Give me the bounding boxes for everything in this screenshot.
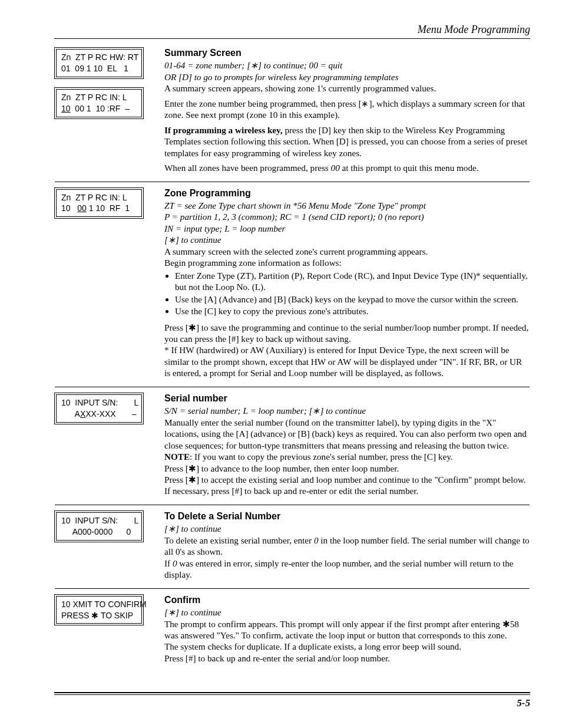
zone-prog-l2: P = partition 1, 2, 3 (common); RC = 1 (… bbox=[164, 211, 530, 222]
footer-rule-bottom bbox=[54, 694, 530, 695]
serial-note: NOTE: If you want to copy the previous z… bbox=[164, 451, 530, 462]
serial-p1: Manually enter the serial number (found … bbox=[164, 417, 530, 451]
zone-prog-l3: IN = input type; L = loop number bbox=[164, 223, 530, 234]
header-rule bbox=[54, 38, 530, 39]
lcd-confirm: 10 XMIT TO CONFIRM PRESS ✱ TO SKIP bbox=[54, 594, 144, 626]
summary-p3: If programming a wireless key, press the… bbox=[164, 124, 530, 159]
zone-prog-p1: A summary screen with the selected zone'… bbox=[164, 246, 530, 257]
section-divider bbox=[55, 505, 530, 505]
confirm-p2: The system checks for duplicate. If a du… bbox=[164, 641, 530, 652]
zone-prog-title: Zone Programming bbox=[164, 187, 530, 199]
delete-title: To Delete a Serial Number bbox=[164, 510, 530, 522]
zone-prog-p3: Press [✱] to save the programming and co… bbox=[164, 322, 530, 345]
confirm-legend: [∗] to continue bbox=[164, 607, 530, 618]
page-number: 5-5 bbox=[54, 697, 530, 709]
confirm-p1: The prompt to confirm appears. This prom… bbox=[164, 618, 530, 641]
serial-legend: S/N = serial number; L = loop number; [∗… bbox=[164, 405, 530, 416]
lcd-delete-serial: 10 INPUT S/N: L A000-0000 0 bbox=[54, 510, 144, 542]
zone-prog-l1: ZT = see Zone Type chart shown in *56 Me… bbox=[164, 200, 530, 211]
serial-title: Serial number bbox=[164, 393, 530, 404]
zone-prog-p2: Begin programming zone information as fo… bbox=[164, 257, 530, 268]
delete-p2: If 0 was entered in error, simply re-ent… bbox=[164, 558, 530, 581]
summary-legend-2: OR [D] to go to prompts for wireless key… bbox=[164, 71, 530, 83]
footer-rule-top bbox=[54, 692, 530, 693]
zone-prog-bullets: Enter Zone Type (ZT), Partition (P), Rep… bbox=[164, 270, 530, 317]
content-table: Zn ZT P RC HW: RT 01 09 1 10 EL 1 Zn ZT … bbox=[54, 45, 530, 666]
serial-p2: Press [✱] to advance to the loop number,… bbox=[164, 463, 530, 474]
serial-p3: Press [✱] to accept the existing serial … bbox=[164, 474, 530, 497]
zone-prog-p4: * If HW (hardwired) or AW (Auxiliary) is… bbox=[164, 344, 530, 378]
summary-p1: A summary screen appears, showing zone 1… bbox=[164, 83, 530, 94]
list-item: Enter Zone Type (ZT), Partition (P), Rep… bbox=[175, 270, 530, 293]
lcd-summary-2: Zn ZT P RC IN: L 10 00 1 10 :RF – bbox=[54, 87, 144, 119]
section-divider bbox=[55, 387, 530, 387]
list-item: Use the [C] key to copy the previous zon… bbox=[175, 305, 530, 317]
running-header: Menu Mode Programming bbox=[54, 24, 530, 36]
summary-p4: When all zones have been programmed, pre… bbox=[164, 162, 530, 173]
delete-legend: [∗] to continue bbox=[164, 523, 530, 534]
page-footer: 5-5 bbox=[54, 692, 530, 709]
section-divider bbox=[55, 588, 530, 589]
confirm-title: Confirm bbox=[164, 594, 530, 606]
delete-p1: To delete an existing serial number, ent… bbox=[164, 535, 530, 558]
section-divider bbox=[55, 182, 530, 182]
list-item: Use the [A] (Advance) and [B] (Back) key… bbox=[175, 294, 530, 305]
lcd-zone-programming: Zn ZT P RC IN: L 10 00 1 10 RF 1 bbox=[54, 187, 144, 219]
confirm-p3: Press [#] to back up and re-enter the se… bbox=[164, 653, 530, 664]
summary-p2: Enter the zone number being programmed, … bbox=[164, 98, 530, 121]
summary-title: Summary Screen bbox=[164, 47, 530, 59]
lcd-summary-1: Zn ZT P RC HW: RT 01 09 1 10 EL 1 bbox=[54, 47, 144, 79]
zone-prog-l4: [∗] to continue bbox=[164, 234, 530, 245]
summary-legend-1: 01-64 = zone number; [∗] to continue; 00… bbox=[164, 60, 530, 71]
lcd-serial-number: 10 INPUT S/N: L AXXX-XXX – bbox=[54, 393, 144, 424]
